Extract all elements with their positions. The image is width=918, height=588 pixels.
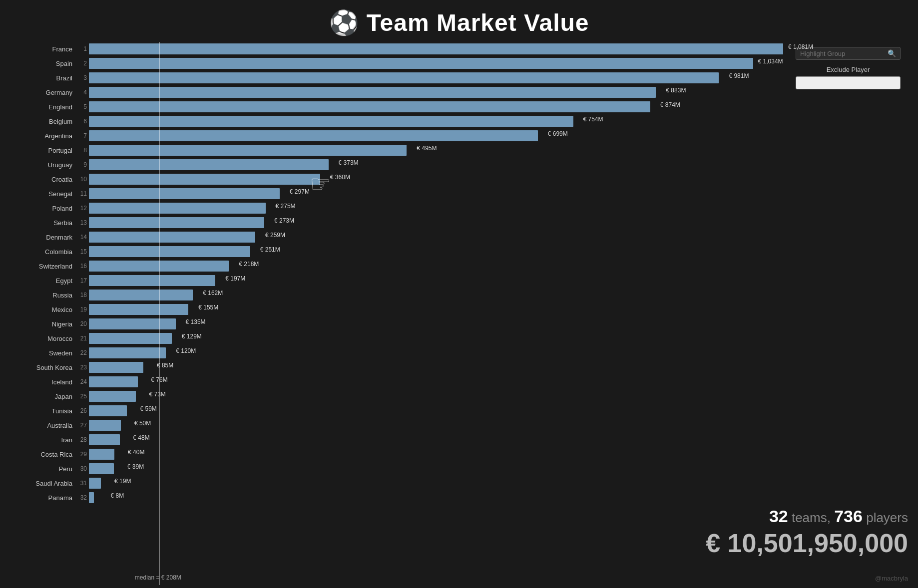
bar-row: Spain2€ 1,034M (75, 56, 783, 70)
bar-row: Nigeria20€ 135M (75, 317, 783, 331)
rank-label: 23 (75, 364, 87, 371)
bar-container: € 85M (89, 360, 783, 374)
rank-label: 32 (75, 494, 87, 501)
country-label: Japan (10, 393, 72, 400)
bar-value-label: € 699M (548, 130, 568, 137)
country-label: France (10, 45, 72, 53)
bar: € 373M (89, 159, 329, 170)
soccer-ball-icon: ⚽ (329, 9, 360, 36)
rank-label: 10 (75, 176, 87, 183)
bar: € 1,081M (89, 43, 783, 54)
main-content: France1€ 1,081MSpain2€ 1,034MBrazil3€ 98… (0, 42, 918, 585)
country-label: Argentina (10, 132, 72, 140)
bar-row: Panama32€ 8M (75, 491, 783, 505)
rank-label: 2 (75, 60, 87, 67)
exclude-player-input[interactable] (796, 76, 901, 89)
bar-value-label: € 981M (729, 72, 749, 79)
country-label: Serbia (10, 219, 72, 227)
bar-value-label: € 135M (186, 318, 206, 325)
rank-label: 24 (75, 378, 87, 385)
bar-row: Peru30€ 39M (75, 462, 783, 476)
bar-container: € 73M (89, 389, 783, 403)
bar-row: Belgium6€ 754M (75, 114, 783, 128)
bar-container: € 218M (89, 259, 783, 273)
bar-container: € 162M (89, 288, 783, 302)
bar-container: € 754M (89, 114, 783, 128)
title-area: ⚽ Team Market Value (0, 0, 918, 42)
watermark: @macbryla (875, 575, 908, 582)
rank-label: 31 (75, 480, 87, 487)
bar-container: € 981M (89, 71, 783, 85)
bar-row: Brazil3€ 981M (75, 71, 783, 85)
rank-label: 8 (75, 147, 87, 154)
country-label: Mexico (10, 306, 72, 313)
bar-container: € 275M (89, 201, 783, 215)
bar-row: England5€ 874M (75, 100, 783, 114)
rank-label: 17 (75, 277, 87, 284)
teams-label: teams, (792, 510, 831, 525)
bar-value-label: € 273M (274, 217, 294, 224)
bar: € 251M (89, 246, 250, 257)
bar-container: € 50M (89, 418, 783, 432)
bar-value-label: € 1,034M (758, 58, 783, 65)
bar-value-label: € 120M (176, 347, 196, 354)
bar: € 59M (89, 405, 127, 416)
bar-value-label: € 8M (111, 492, 124, 499)
bar-container: € 19M (89, 476, 783, 490)
rank-label: 29 (75, 451, 87, 458)
bar-container: € 40M (89, 447, 783, 461)
rank-label: 15 (75, 248, 87, 255)
bar: € 297M (89, 188, 280, 199)
bar-row: Costa Rica29€ 40M (75, 447, 783, 461)
bar-value-label: € 297M (290, 188, 310, 195)
bar-container: € 699M (89, 129, 783, 143)
bar-container: € 135M (89, 317, 783, 331)
bar-row: Argentina7€ 699M (75, 129, 783, 143)
rank-label: 6 (75, 118, 87, 125)
bar-row: Croatia10€ 360M (75, 172, 783, 186)
rank-label: 14 (75, 234, 87, 241)
country-label: Egypt (10, 277, 72, 285)
country-label: Uruguay (10, 161, 72, 169)
teams-count: 32 (769, 507, 788, 526)
bar: € 197M (89, 275, 215, 286)
bar-container: € 155M (89, 302, 783, 316)
bar-value-label: € 197M (225, 275, 245, 282)
rank-label: 18 (75, 292, 87, 298)
bar-row: Poland12€ 275M (75, 201, 783, 215)
bar-row: Sweden22€ 120M (75, 346, 783, 360)
bar-container: € 8M (89, 491, 783, 505)
bar-container: € 373M (89, 158, 783, 172)
bar-value-label: € 155M (198, 304, 218, 311)
bar-container: € 197M (89, 274, 783, 288)
bar-row: Morocco21€ 129M (75, 331, 783, 345)
country-label: Peru (10, 465, 72, 473)
bar: € 135M (89, 318, 176, 329)
bar-row: Tunisia26€ 59M (75, 404, 783, 418)
country-label: Australia (10, 422, 72, 429)
bar: € 1,034M (89, 58, 753, 69)
bar-container: € 129M (89, 331, 783, 345)
bar-row: Germany4€ 883M (75, 85, 783, 99)
players-label: players (866, 510, 908, 525)
bar-row: Senegal11€ 297M (75, 187, 783, 201)
bar: € 275M (89, 203, 266, 214)
bar: € 883M (89, 87, 656, 98)
rank-label: 26 (75, 407, 87, 414)
bar: € 19M (89, 478, 101, 489)
bar: € 50M (89, 420, 121, 431)
bar-container: € 874M (89, 100, 783, 114)
bar-container: € 259M (89, 230, 783, 244)
rank-label: 13 (75, 219, 87, 226)
country-label: Belgium (10, 118, 72, 125)
country-label: Poland (10, 205, 72, 212)
country-label: Iceland (10, 378, 72, 386)
country-label: Russia (10, 292, 72, 299)
bar-value-label: € 874M (660, 101, 680, 108)
players-count: 736 (834, 507, 863, 526)
country-label: Tunisia (10, 407, 72, 415)
bar-row: Iran28€ 48M (75, 433, 783, 447)
bar-container: € 59M (89, 404, 783, 418)
country-label: Colombia (10, 248, 72, 256)
highlight-group-input[interactable] (800, 50, 888, 57)
